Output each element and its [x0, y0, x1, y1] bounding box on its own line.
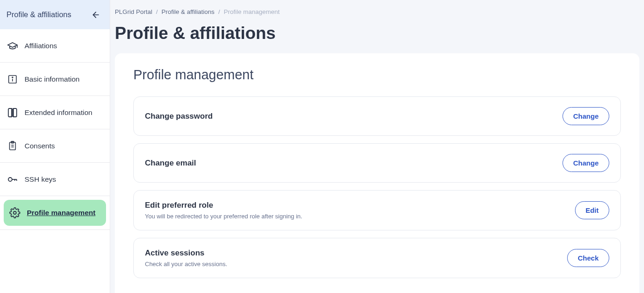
sidebar-item-basic-information[interactable]: Basic information — [0, 63, 110, 96]
setting-title: Change email — [145, 159, 196, 168]
change-email-button[interactable]: Change — [563, 154, 609, 172]
edit-preferred-role-button[interactable]: Edit — [575, 201, 609, 219]
sidebar: Profile & affiliations Affiliations Basi… — [0, 0, 110, 293]
breadcrumb: PLGrid Portal / Profile & affiliations /… — [110, 0, 644, 15]
setting-title: Edit preferred role — [145, 201, 302, 210]
sidebar-item-label: Affiliations — [25, 42, 57, 50]
sidebar-title: Profile & affiliations — [6, 10, 71, 19]
sidebar-item-label: Extended information — [25, 108, 92, 117]
sidebar-header: Profile & affiliations — [0, 0, 110, 29]
sidebar-item-consents[interactable]: Consents — [0, 129, 110, 163]
setting-edit-preferred-role: Edit preferred role You will be redirect… — [133, 190, 621, 230]
setting-change-email: Change email Change — [133, 143, 621, 183]
back-arrow-icon[interactable] — [88, 7, 103, 22]
info-icon — [7, 74, 18, 85]
breadcrumb-current: Profile management — [224, 8, 280, 15]
sidebar-item-extended-information[interactable]: Extended information — [0, 96, 110, 129]
graduation-cap-icon — [7, 40, 18, 51]
check-sessions-button[interactable]: Check — [567, 249, 609, 267]
change-password-button[interactable]: Change — [563, 107, 609, 125]
sidebar-item-label: Basic information — [25, 75, 80, 83]
breadcrumb-root[interactable]: PLGrid Portal — [115, 8, 152, 15]
svg-point-10 — [8, 178, 12, 181]
key-icon — [7, 174, 18, 185]
sidebar-item-label: Consents — [25, 142, 55, 150]
profile-management-card: Profile management Change password Chang… — [115, 53, 639, 293]
breadcrumb-section[interactable]: Profile & affiliations — [162, 8, 215, 15]
setting-title: Change password — [145, 112, 213, 121]
setting-change-password: Change password Change — [133, 96, 621, 136]
setting-title: Active sessions — [145, 248, 227, 258]
breadcrumb-separator: / — [156, 8, 158, 15]
breadcrumb-separator: / — [218, 8, 220, 15]
page-title: Profile & affiliations — [110, 15, 644, 53]
sidebar-item-profile-management[interactable]: Profile management — [0, 196, 110, 230]
sidebar-item-affiliations[interactable]: Affiliations — [0, 29, 110, 63]
setting-active-sessions: Active sessions Check all your active se… — [133, 238, 621, 278]
gear-icon — [9, 207, 20, 218]
sidebar-item-ssh-keys[interactable]: SSH keys — [0, 163, 110, 196]
svg-point-4 — [12, 76, 13, 77]
main-content: PLGrid Portal / Profile & affiliations /… — [110, 0, 644, 293]
setting-description: You will be redirected to your preferred… — [145, 213, 302, 220]
setting-description: Check all your active sessions. — [145, 261, 227, 268]
clipboard-icon — [7, 140, 18, 152]
sidebar-item-label: SSH keys — [25, 175, 56, 184]
svg-point-14 — [13, 211, 16, 214]
card-title: Profile management — [133, 67, 621, 83]
book-icon — [7, 107, 18, 118]
sidebar-item-label: Profile management — [27, 209, 95, 217]
